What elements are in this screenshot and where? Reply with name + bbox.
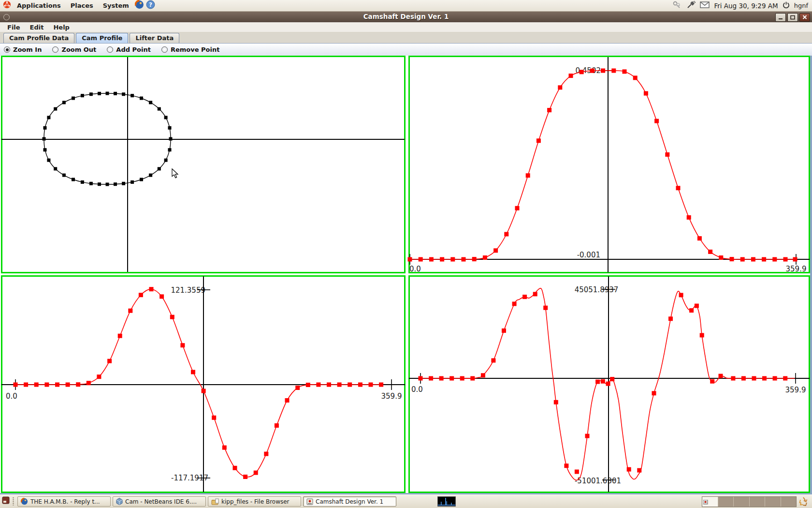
workspace-cell-5[interactable] <box>765 497 781 507</box>
svg-text:359.9: 359.9 <box>785 386 806 394</box>
svg-text:0.0: 0.0 <box>411 385 423 394</box>
firefox-launcher-icon[interactable] <box>135 0 144 11</box>
svg-text:45051.8937: 45051.8937 <box>575 285 619 294</box>
velocity-chart-panel[interactable]: 121.3559-117.19170.0359.9 <box>1 276 405 493</box>
desktop-top-panel: Applications Places System ? Fri Aug 30,… <box>0 0 812 12</box>
taskbar-item-label: kipp_files - File Browser <box>221 498 290 505</box>
workspace-cell-1[interactable] <box>702 497 718 507</box>
svg-text:0.0: 0.0 <box>6 392 17 401</box>
network-plug-icon[interactable] <box>687 1 696 10</box>
cam-profile-panel[interactable] <box>1 57 405 273</box>
acceleration-chart-panel[interactable]: 45051.8937-51001.63010.0359.9 <box>409 276 810 493</box>
taskbar-item-label: THE H.A.M.B. - Reply t... <box>30 498 100 505</box>
tab-cam-profile[interactable]: Cam Profile <box>76 33 128 43</box>
svg-text:-51001.6301: -51001.6301 <box>575 477 621 485</box>
camshaft-app-icon <box>306 498 313 505</box>
radio-remove-point-circle[interactable] <box>161 46 168 53</box>
tab-bar: Cam Profile Data Cam Profile Lifter Data <box>0 32 812 44</box>
radio-zoom-in-circle[interactable] <box>4 46 10 53</box>
window-title: Camshaft Design Ver. 1 <box>0 13 812 20</box>
taskbar: THE H.A.M.B. - Reply t... Cam - NetBeans… <box>0 494 812 508</box>
menu-edit[interactable]: Edit <box>26 23 48 31</box>
tab-lifter-data[interactable]: Lifter Data <box>130 33 179 43</box>
svg-text:?: ? <box>149 1 152 8</box>
menu-system[interactable]: System <box>99 1 133 10</box>
taskbar-item-label: Camshaft Design Ver. 1 <box>316 498 383 505</box>
firefox-icon <box>21 498 28 505</box>
tab-cam-profile-data[interactable]: Cam Profile Data <box>3 33 74 43</box>
trash-icon[interactable] <box>799 497 808 508</box>
workspace-cell-3[interactable] <box>734 497 750 507</box>
window-titlebar[interactable]: Camshaft Design Ver. 1 <box>0 12 812 22</box>
power-icon[interactable] <box>783 1 790 10</box>
mail-icon[interactable] <box>700 1 710 10</box>
menu-file[interactable]: File <box>3 23 25 31</box>
window-right-edge <box>810 56 812 493</box>
close-button[interactable] <box>799 13 810 22</box>
radio-add-point[interactable]: Add Point <box>107 46 151 53</box>
ubuntu-logo-icon[interactable] <box>3 0 11 11</box>
applet-handle[interactable] <box>13 497 14 506</box>
svg-text:121.3559: 121.3559 <box>171 286 205 295</box>
tool-selector-bar: Zoom In Zoom Out Add Point Remove Point <box>0 44 812 56</box>
workspace-cell-2[interactable] <box>718 497 734 507</box>
system-monitor-applet[interactable] <box>437 496 456 507</box>
show-desktop-icon[interactable] <box>2 496 10 506</box>
taskbar-item-netbeans[interactable]: Cam - NetBeans IDE 6.... <box>113 496 206 507</box>
app-menubar: File Edit Help <box>0 22 812 32</box>
radio-zoom-in[interactable]: Zoom In <box>4 46 42 53</box>
workspace-cell-4[interactable] <box>750 497 766 507</box>
svg-text:-0.001: -0.001 <box>577 251 600 259</box>
radio-zoom-out-circle[interactable] <box>52 46 58 53</box>
taskbar-item-camshaft[interactable]: Camshaft Design Ver. 1 <box>303 496 396 507</box>
svg-text:359.9: 359.9 <box>786 265 807 273</box>
maximize-button[interactable] <box>787 13 798 22</box>
menu-places[interactable]: Places <box>67 1 97 10</box>
workspace-cell-6[interactable] <box>781 497 797 507</box>
taskbar-item-file-browser[interactable]: kipp_files - File Browser <box>208 496 301 507</box>
username[interactable]: hgnf <box>794 2 808 9</box>
clock[interactable]: Fri Aug 30, 9:29 AM <box>714 2 778 10</box>
keyring-icon[interactable] <box>672 1 682 10</box>
minimize-button[interactable] <box>775 13 786 22</box>
chart-panels-area[interactable]: 0.4502-0.0010.0359.9121.3559-117.19170.0… <box>0 56 812 494</box>
help-launcher-icon[interactable]: ? <box>146 0 155 11</box>
radio-add-point-label: Add Point <box>116 46 151 53</box>
lift-chart-panel[interactable]: 0.4502-0.0010.0359.9 <box>408 57 810 274</box>
radio-zoom-in-label: Zoom In <box>13 46 42 53</box>
netbeans-icon <box>116 498 123 505</box>
radio-remove-point[interactable]: Remove Point <box>161 46 220 53</box>
menu-help[interactable]: Help <box>49 23 73 31</box>
radio-remove-point-label: Remove Point <box>171 46 220 53</box>
taskbar-item-hamb[interactable]: THE H.A.M.B. - Reply t... <box>17 496 111 507</box>
radio-zoom-out-label: Zoom Out <box>61 46 96 53</box>
radio-zoom-out[interactable]: Zoom Out <box>52 46 96 53</box>
svg-text:0.0: 0.0 <box>409 265 421 273</box>
file-browser-icon <box>211 498 219 505</box>
taskbar-item-label: Cam - NetBeans IDE 6.... <box>125 498 197 505</box>
svg-text:359.9: 359.9 <box>381 392 402 401</box>
workspace-switcher[interactable] <box>702 496 797 507</box>
menu-applications[interactable]: Applications <box>13 1 65 10</box>
radio-add-point-circle[interactable] <box>107 46 113 53</box>
